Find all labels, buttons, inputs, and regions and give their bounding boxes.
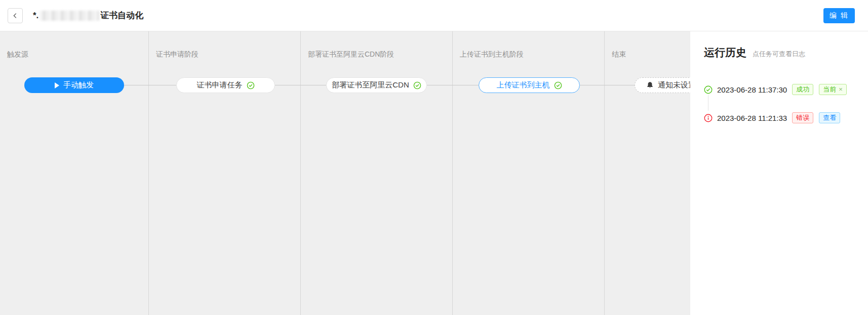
manual-trigger-button[interactable]: 手动触发 bbox=[24, 77, 124, 93]
task-node-notify[interactable]: 通知未设置 bbox=[635, 77, 690, 93]
stage-column-trigger: 触发源 bbox=[0, 31, 149, 315]
status-badge-error: 错误 bbox=[792, 112, 813, 123]
task-node-cert-request-label: 证书申请任务 bbox=[197, 80, 243, 90]
stage-column-cert-request: 证书申请阶段 bbox=[149, 31, 301, 315]
manual-trigger-label: 手动触发 bbox=[63, 80, 94, 90]
edit-button[interactable]: 编 辑 bbox=[823, 8, 855, 23]
task-node-upload-host-label: 上传证书到主机 bbox=[497, 80, 550, 90]
stage-label-trigger: 触发源 bbox=[0, 31, 148, 59]
run-timestamp: 2023-06-28 11:21:33 bbox=[717, 114, 787, 122]
play-icon bbox=[55, 82, 59, 88]
check-circle-icon bbox=[247, 81, 255, 89]
connector-line bbox=[580, 85, 635, 85]
check-circle-icon bbox=[554, 81, 562, 89]
task-node-cert-request[interactable]: 证书申请任务 bbox=[176, 77, 275, 93]
stage-label-deploy-cdn: 部署证书至阿里云CDN阶段 bbox=[301, 31, 452, 59]
run-history-panel: 运行历史 点任务可查看日志 2023-06-28 11:37:30 成功 当前 … bbox=[690, 31, 868, 315]
task-node-upload-host[interactable]: 上传证书到主机 bbox=[479, 77, 580, 93]
run-history-timeline: 2023-06-28 11:37:30 成功 当前 × 2023-06-28 1… bbox=[704, 83, 858, 124]
stage-label-upload-host: 上传证书到主机阶段 bbox=[453, 31, 604, 59]
close-icon[interactable]: × bbox=[839, 84, 843, 95]
task-node-notify-label: 通知未设置 bbox=[658, 80, 690, 90]
stage-label-end: 结束 bbox=[605, 31, 690, 59]
connector-line bbox=[124, 85, 176, 85]
current-run-tag-label: 当前 bbox=[823, 84, 836, 95]
run-timestamp: 2023-06-28 11:37:30 bbox=[717, 85, 787, 94]
stage-column-deploy-cdn: 部署证书至阿里云CDN阶段 bbox=[301, 31, 453, 315]
task-node-deploy-cdn[interactable]: 部署证书至阿里云CDN bbox=[326, 77, 427, 93]
check-circle-icon bbox=[413, 81, 421, 89]
check-circle-icon bbox=[704, 85, 713, 94]
back-button[interactable] bbox=[8, 8, 23, 23]
run-history-row[interactable]: 2023-06-28 11:37:30 成功 当前 × bbox=[704, 83, 858, 96]
page-title-suffix: 证书自动化 bbox=[100, 10, 143, 21]
view-log-button[interactable]: 查看 bbox=[819, 112, 840, 123]
run-history-subtitle: 点任务可查看日志 bbox=[753, 50, 805, 59]
status-badge-success: 成功 bbox=[792, 84, 813, 95]
page-title-prefix: *. bbox=[33, 11, 38, 21]
chevron-left-icon bbox=[12, 12, 19, 19]
run-history-header: 运行历史 点任务可查看日志 bbox=[704, 46, 858, 60]
connector-line bbox=[427, 85, 479, 85]
info-circle-icon bbox=[704, 114, 713, 122]
redacted-domain bbox=[40, 11, 99, 21]
page-header: *. 证书自动化 编 辑 bbox=[0, 0, 868, 31]
stage-column-end: 结束 bbox=[605, 31, 690, 315]
run-history-title: 运行历史 bbox=[704, 46, 746, 60]
page-title: *. 证书自动化 bbox=[33, 10, 143, 21]
connector-line bbox=[275, 85, 326, 85]
run-history-row[interactable]: 2023-06-28 11:21:33 错误 查看 bbox=[704, 112, 858, 124]
main-area: 触发源 证书申请阶段 部署证书至阿里云CDN阶段 上传证书到主机阶段 结束 手动… bbox=[0, 31, 868, 315]
timeline-connector bbox=[708, 95, 708, 111]
bell-icon bbox=[646, 81, 654, 89]
stage-label-cert-request: 证书申请阶段 bbox=[149, 31, 300, 59]
task-node-deploy-cdn-label: 部署证书至阿里云CDN bbox=[332, 80, 409, 90]
current-run-tag: 当前 × bbox=[819, 84, 847, 95]
pipeline-board: 触发源 证书申请阶段 部署证书至阿里云CDN阶段 上传证书到主机阶段 结束 手动… bbox=[0, 31, 690, 315]
stage-column-upload-host: 上传证书到主机阶段 bbox=[453, 31, 605, 315]
